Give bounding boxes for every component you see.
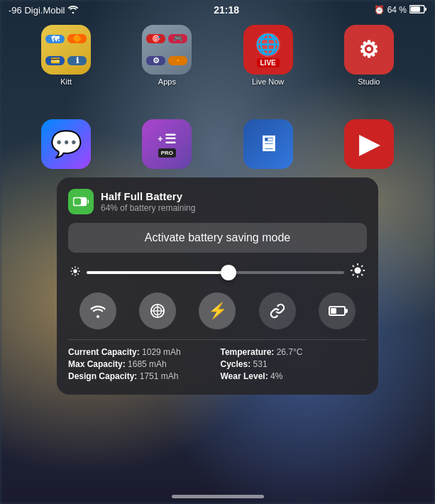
home-indicator[interactable]	[172, 495, 264, 498]
livenow-globe: 🌐	[256, 33, 280, 57]
status-right: ⏰ 64 %	[374, 5, 426, 16]
cycles-value: 531	[253, 359, 268, 369]
app-label-studio: Studio	[358, 77, 380, 86]
activate-battery-saving-button[interactable]: Activate battery saving mode	[68, 223, 367, 253]
design-capacity-label: Design Capacity:	[68, 371, 137, 381]
status-left: -96 Digi.Mobil	[9, 5, 79, 16]
app-item-kitt[interactable]: 🗺 🔶 💳 ℹ Kitt	[21, 25, 111, 86]
current-capacity-col: Current Capacity: 1029 mAh	[68, 347, 215, 357]
app-item-messenger[interactable]: 💬	[21, 119, 111, 169]
svg-line-11	[72, 268, 72, 268]
svg-point-15	[354, 267, 360, 273]
svg-rect-5	[74, 198, 81, 205]
studio-icon-glyph: ⚙	[358, 36, 379, 63]
app-icon-pro[interactable]: +☰ PRO	[142, 119, 192, 169]
pro-badge: PRO	[158, 148, 176, 158]
notif-title: Half Full Battery	[101, 190, 195, 202]
max-capacity-label: Max Capacity:	[68, 359, 126, 369]
status-time: 21:18	[214, 4, 239, 16]
temperature-col: Temperature: 26.7°C	[221, 347, 368, 357]
app-icon-youtube[interactable]: ▶	[344, 119, 394, 169]
kitt-sub-2: 🔶	[67, 34, 87, 43]
app-icon-apps[interactable]: 🎯 🎮 ⚙ 🔸	[142, 25, 192, 75]
brightness-slider-fill	[87, 271, 228, 274]
max-capacity-col: Max Capacity: 1685 mAh	[68, 359, 215, 369]
svg-line-22	[361, 265, 363, 267]
design-capacity-col: Design Capacity: 1751 mAh	[68, 371, 215, 381]
svg-line-20	[353, 265, 354, 267]
app-icon-studio[interactable]: ⚙	[344, 25, 394, 75]
battery-app-icon-svg	[73, 197, 89, 207]
app-icon-livenow[interactable]: 🌐 LIVE	[243, 25, 293, 75]
svg-rect-2	[411, 6, 421, 12]
kitt-sub-3: 💳	[45, 56, 65, 65]
app-icon-kitt[interactable]: 🗺 🔶 💳 ℹ	[41, 25, 91, 75]
status-bar: -96 Digi.Mobil 21:18 ⏰ 64 %	[0, 0, 435, 20]
apps-sub-3: ⚙	[146, 56, 165, 65]
link-toggle-button[interactable]	[259, 292, 296, 329]
svg-point-6	[73, 269, 77, 273]
svg-line-14	[72, 273, 72, 274]
app-label-apps: Apps	[158, 77, 176, 86]
app-item-livenow[interactable]: 🌐 LIVE Live Now	[224, 25, 313, 86]
max-capacity-value: 1685 mAh	[128, 359, 167, 369]
app-item-remote[interactable]: 🖥	[224, 119, 313, 169]
apps-sub-2: 🎮	[168, 34, 187, 43]
svg-line-21	[361, 274, 363, 275]
bluetooth-icon: ⚡	[208, 302, 227, 320]
svg-line-23	[353, 274, 354, 275]
app-item-youtube[interactable]: ▶	[324, 119, 414, 169]
app-item-apps[interactable]: 🎯 🎮 ⚙ 🔸 Apps	[122, 25, 211, 86]
toggles-row: ⚡	[68, 292, 367, 329]
svg-rect-1	[425, 7, 426, 11]
temperature-label: Temperature:	[221, 347, 275, 357]
battery-percent-text: 64 %	[387, 5, 407, 15]
temperature-value: 26.7°C	[277, 347, 303, 357]
current-capacity-value: 1029 mAh	[142, 347, 181, 357]
cycles-label: Cycles:	[221, 359, 251, 369]
notif-text-block: Half Full Battery 64% of battery remaini…	[101, 190, 195, 213]
app-label-kitt: Kitt	[60, 77, 72, 86]
svg-line-12	[77, 273, 78, 274]
app-icon-remote[interactable]: 🖥	[243, 119, 293, 169]
brightness-slider-track[interactable]	[87, 271, 344, 274]
wear-level-col: Wear Level: 4%	[221, 371, 368, 381]
kitt-sub-4: ℹ	[67, 56, 87, 65]
kitt-sub-1: 🗺	[45, 35, 65, 43]
apps-sub-4: 🔸	[168, 56, 187, 65]
battery-toggle-icon	[329, 306, 346, 316]
wifi-icon	[67, 5, 79, 16]
app-grid-row1: 🗺 🔶 💳 ℹ Kitt 🎯 🎮 ⚙ 🔸 Apps 🌐 LIVE Live	[21, 25, 414, 86]
messenger-icon-glyph: 💬	[50, 129, 82, 159]
alarm-icon: ⏰	[374, 5, 385, 15]
brightness-slider-thumb[interactable]	[221, 265, 236, 280]
brightness-row	[68, 263, 367, 283]
wifi-toggle-button[interactable]	[79, 292, 116, 329]
notif-app-icon	[68, 189, 94, 214]
notif-subtitle: 64% of battery remaining	[101, 203, 195, 213]
battery-info-row1: Current Capacity: 1029 mAh Temperature: …	[68, 347, 367, 357]
battery-toggle-button[interactable]	[319, 292, 356, 329]
pro-controls: +☰	[158, 131, 176, 147]
cellular-toggle-button[interactable]	[139, 292, 176, 329]
app-label-livenow: Live Now	[252, 77, 284, 86]
wifi-toggle-icon	[89, 304, 106, 318]
app-icon-messenger[interactable]: 💬	[41, 119, 91, 169]
link-toggle-icon	[269, 303, 286, 319]
svg-rect-4	[88, 199, 89, 204]
notification-header: Half Full Battery 64% of battery remaini…	[68, 189, 367, 214]
bluetooth-toggle-button[interactable]: ⚡	[199, 292, 236, 329]
phone-background: -96 Digi.Mobil 21:18 ⏰ 64 %	[0, 0, 435, 504]
app-grid-row2: 💬 +☰ PRO 🖥 ▶	[21, 119, 414, 169]
remote-icon-glyph: 🖥	[258, 132, 279, 156]
battery-info-section: Current Capacity: 1029 mAh Temperature: …	[68, 339, 367, 381]
app-item-pro[interactable]: +☰ PRO	[122, 119, 211, 169]
current-capacity-label: Current Capacity:	[68, 347, 140, 357]
battery-info-row2: Max Capacity: 1685 mAh Cycles: 531	[68, 359, 367, 369]
cellular-toggle-icon	[149, 303, 166, 319]
app-item-studio[interactable]: ⚙ Studio	[324, 25, 414, 86]
wear-level-label: Wear Level:	[221, 371, 268, 381]
battery-icon	[409, 5, 426, 16]
notification-card: Half Full Battery 64% of battery remaini…	[57, 177, 378, 395]
sun-small-icon	[70, 265, 81, 277]
